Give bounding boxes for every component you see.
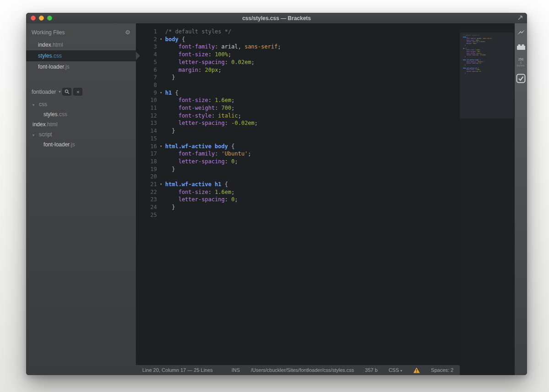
close-panel-button[interactable]: ×: [73, 88, 82, 96]
code-line[interactable]: 16▾html.wf-active body {: [136, 143, 460, 150]
minimap[interactable]: /* default styles */body { font-family: …: [460, 23, 515, 375]
code-line[interactable]: 25: [136, 211, 460, 219]
lint-status-button[interactable]: [517, 74, 526, 83]
line-number: 20: [136, 173, 157, 181]
code-line[interactable]: 10 font-size: 1.6em;: [136, 97, 460, 104]
line-number: 21: [136, 181, 157, 188]
line-number: 14: [136, 127, 157, 135]
insert-mode-indicator[interactable]: INS: [231, 367, 240, 373]
code-text: [165, 173, 168, 181]
line-number: 12: [136, 112, 157, 120]
line-number: 1: [136, 28, 157, 36]
working-file-item[interactable]: font-loader.js: [26, 61, 136, 72]
code-line[interactable]: 12 font-style: italic;: [136, 112, 460, 120]
live-preview-button[interactable]: [517, 29, 526, 36]
code-text: margin: 20px;: [165, 66, 221, 74]
tree-file[interactable]: font-loader.js: [26, 140, 136, 150]
fold-gutter: [157, 158, 165, 166]
file-size-extension-button[interactable]: 256 ↓ bytes: [517, 58, 525, 67]
fold-gutter: [157, 211, 165, 219]
code-text: font-size: 1.6em;: [165, 97, 235, 104]
code-line[interactable]: 14 }: [136, 127, 460, 135]
code-line[interactable]: 24 }: [136, 204, 460, 211]
working-files-list: index.htmlstyles.cssfont-loader.js: [26, 39, 136, 72]
code-text: [165, 135, 168, 143]
code-text: }: [165, 166, 175, 173]
line-number: 13: [136, 119, 157, 127]
code-line[interactable]: 19 }: [136, 166, 460, 173]
code-line[interactable]: 9▾h1 {: [136, 89, 460, 97]
code-line[interactable]: 1/* default styles */: [136, 28, 460, 36]
code-line[interactable]: 13 letter-spacing: -0.02em;: [136, 119, 460, 127]
code-line[interactable]: 2▾body {: [136, 36, 460, 43]
code-line[interactable]: 4 font-size: 100%;: [136, 51, 460, 59]
fold-gutter: [157, 127, 165, 135]
fold-gutter: [157, 97, 165, 104]
code-line[interactable]: 17 font-family: 'Ubuntu';: [136, 150, 460, 158]
titlebar[interactable]: css/styles.css — Brackets: [26, 13, 527, 23]
line-number: 9: [136, 89, 157, 97]
code-line[interactable]: 20: [136, 173, 460, 181]
check-square-icon: [516, 74, 526, 83]
working-file-item[interactable]: index.html: [26, 39, 136, 50]
code-line[interactable]: 15: [136, 135, 460, 143]
warning-icon[interactable]: [413, 367, 420, 373]
tree-folder[interactable]: ▾script: [26, 129, 136, 140]
fullscreen-icon[interactable]: [517, 15, 523, 21]
code-line[interactable]: 5 letter-spacing: 0.02em;: [136, 59, 460, 66]
zoom-icon[interactable]: [47, 16, 52, 21]
code-line[interactable]: 8: [136, 81, 460, 89]
minimize-icon[interactable]: [39, 16, 44, 21]
tree-folder[interactable]: ▾css: [26, 99, 136, 109]
tree-file[interactable]: styles.css: [26, 109, 136, 119]
code-area[interactable]: 1/* default styles */2▾body {3 font-fami…: [136, 23, 460, 365]
code-line[interactable]: 22 font-size: 1.6em;: [136, 188, 460, 196]
code-line[interactable]: 6 margin: 20px;: [136, 66, 460, 74]
chevron-down-icon: ▾: [32, 103, 36, 107]
indent-setting[interactable]: Spaces: 2: [431, 367, 453, 373]
code-text: font-size: 1.6em;: [165, 188, 235, 196]
working-file-item[interactable]: styles.css: [26, 50, 136, 61]
gear-icon[interactable]: ⚙: [125, 29, 130, 36]
language-selector[interactable]: CSS ▾: [388, 367, 402, 373]
line-number: 23: [136, 196, 157, 204]
minimap-line: [463, 74, 514, 76]
find-in-files-button[interactable]: [62, 88, 71, 96]
tree-file[interactable]: index.html: [26, 119, 136, 129]
fold-gutter: [157, 59, 165, 66]
line-number: 18: [136, 158, 157, 166]
code-text: [165, 81, 168, 89]
code-line[interactable]: 11 font-weight: 700;: [136, 104, 460, 112]
code-line[interactable]: 7 }: [136, 74, 460, 81]
project-header[interactable]: fontloader ▾ ×: [26, 84, 136, 99]
project-name: fontloader: [32, 89, 56, 95]
code-line[interactable]: 21▾html.wf-active h1 {: [136, 181, 460, 188]
minimap-viewport[interactable]: /* default styles */body { font-family: …: [460, 32, 514, 118]
file-name: index: [32, 121, 46, 128]
working-files-label: Working Files: [32, 29, 65, 36]
fold-gutter: [157, 74, 165, 81]
line-number: 24: [136, 204, 157, 211]
traffic-lights: [31, 16, 52, 21]
line-number: 19: [136, 166, 157, 173]
fold-arrow-icon[interactable]: ▾: [157, 143, 165, 150]
chevron-down-icon: ▾: [59, 90, 60, 94]
file-ext: .css: [58, 111, 67, 118]
fold-gutter: [157, 173, 165, 181]
code-text: body {: [165, 36, 185, 43]
fold-gutter: [157, 166, 165, 173]
fold-gutter: [157, 119, 165, 127]
fold-arrow-icon[interactable]: ▾: [157, 181, 165, 188]
close-icon[interactable]: [31, 16, 36, 21]
line-number: 16: [136, 143, 157, 150]
code-line[interactable]: 3 font-family: arial, sans-serif;: [136, 43, 460, 51]
fold-arrow-icon[interactable]: ▾: [157, 89, 165, 97]
extension-manager-button[interactable]: [517, 43, 526, 50]
code-line[interactable]: 18 letter-spacing: 0;: [136, 158, 460, 166]
code-line[interactable]: 23 letter-spacing: 0;: [136, 196, 460, 204]
fold-gutter: [157, 51, 165, 59]
code-text: font-family: arial, sans-serif;: [165, 43, 281, 51]
file-ext: .html: [51, 42, 63, 48]
file-name: styles: [43, 111, 58, 118]
fold-arrow-icon[interactable]: ▾: [157, 36, 165, 43]
